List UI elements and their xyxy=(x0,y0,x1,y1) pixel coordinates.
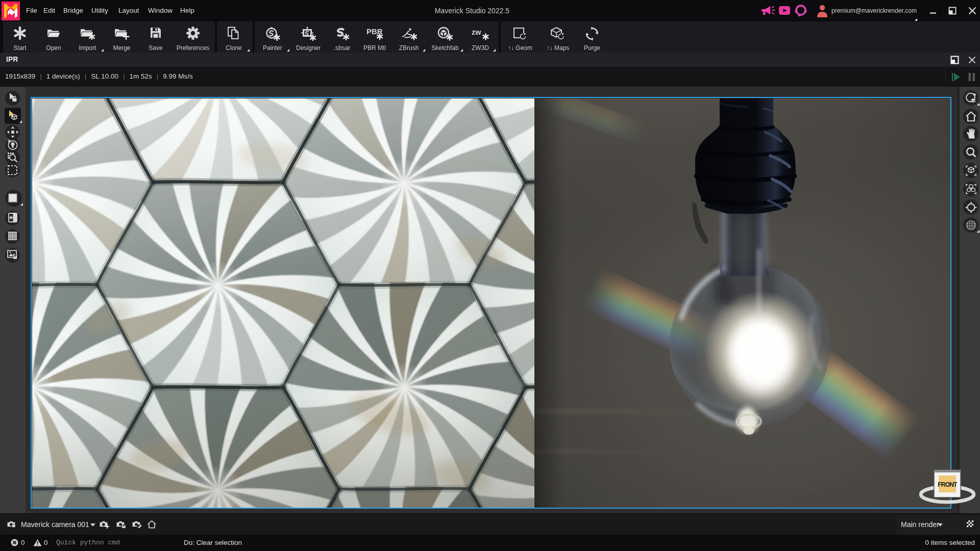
svg-text:zw: zw xyxy=(472,28,481,36)
svg-text:FRONT: FRONT xyxy=(938,481,958,488)
